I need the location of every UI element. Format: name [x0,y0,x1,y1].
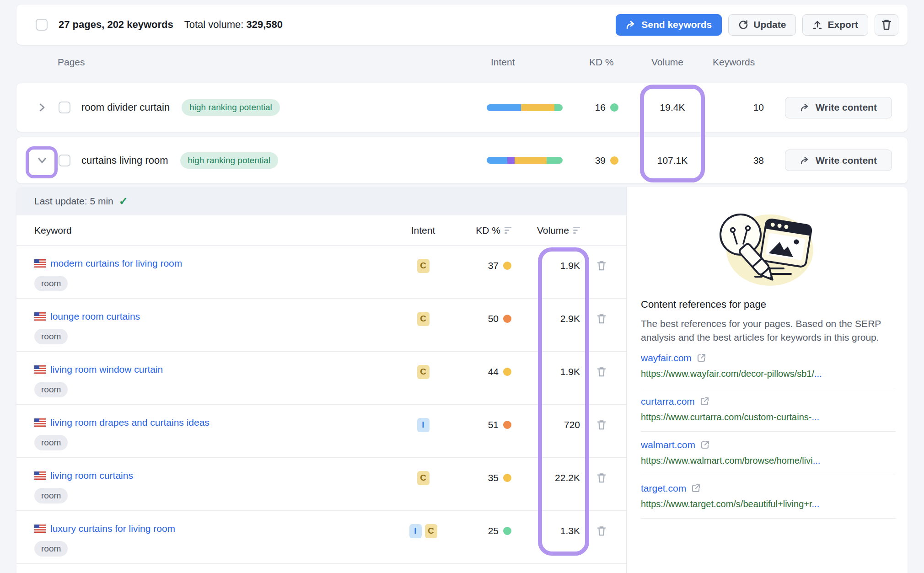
select-all-checkbox[interactable] [36,19,48,31]
delete-keyword-button[interactable] [594,257,609,275]
intent-badge-commercial: C [417,365,430,379]
keyword-tag: room [34,276,68,291]
kd-value: 16 [595,102,606,113]
col-volume: Volume [651,57,683,68]
keywords-subtable: Last update: 5 min ✓ Keyword Intent KD %… [16,187,626,573]
reference-domain-link[interactable]: walmart.com [641,439,695,450]
intent-badge-commercial: C [417,471,430,485]
reference-domain-link[interactable]: wayfair.com [641,353,692,364]
external-link-icon[interactable] [697,353,706,363]
trash-icon [596,472,607,484]
us-flag-icon [34,418,46,427]
keyword-link[interactable]: modern curtains for living room [50,258,182,269]
page-row-room-divider-curtain: room divider curtain high ranking potent… [16,83,908,132]
volume-value: 1.3K [560,525,580,536]
share-arrow-icon [800,103,810,112]
volume-value: 19.4K [660,102,685,113]
table-column-headers: Pages Intent KD % Volume Keywords [0,57,924,70]
keyword-row: living room drapes and curtains ideas ro… [16,405,626,458]
keyword-link[interactable]: lounge room curtains [50,311,140,322]
delete-keyword-button[interactable] [594,363,609,381]
keyword-tag: room [34,488,68,503]
reference-domain-link[interactable]: curtarra.com [641,396,695,407]
delete-keyword-button[interactable] [594,469,609,487]
subcol-keyword: Keyword [34,215,72,245]
kd-dot [503,527,511,535]
keyword-manager-page: 27 pages, 202 keywords Total volume: 329… [0,0,924,573]
sort-icon [573,227,580,234]
export-button[interactable]: Export [802,14,868,36]
kd-value: 44 [488,366,499,377]
reference-domain-link[interactable]: target.com [641,483,686,494]
keywords-count: 10 [753,102,764,113]
keyword-link[interactable]: luxury curtains for living room [50,523,175,534]
keyword-link[interactable]: living room window curtain [50,364,163,375]
trash-icon [596,366,607,378]
subcol-volume-sort[interactable]: Volume [505,215,580,245]
us-flag-icon [34,259,46,268]
us-flag-icon [34,525,46,533]
keyword-link[interactable]: living room drapes and curtains ideas [50,417,210,428]
update-button[interactable]: Update [728,14,796,36]
external-link-icon[interactable] [691,483,701,493]
external-link-icon[interactable] [700,396,709,406]
external-link-icon[interactable] [700,440,710,450]
last-update-bar: Last update: 5 min ✓ [16,187,626,215]
total-volume: Total volume: 329,580 [184,19,283,31]
us-flag-icon [34,471,46,480]
keyword-link[interactable]: living room curtains [50,470,133,481]
volume-value: 2.9K [560,313,580,324]
intent-badge-commercial: C [425,524,437,538]
collapse-chevron-down-icon[interactable] [34,152,50,169]
keyword-row: modern curtains for living room room C 3… [16,246,626,299]
references-description: The best references for your pages. Base… [641,317,897,345]
subcol-kd-sort[interactable]: KD % [442,215,511,245]
us-flag-icon [34,365,46,374]
kd-value: 25 [488,525,499,536]
kd-dot [503,368,511,376]
keywords-count: 38 [753,155,764,166]
success-check-icon: ✓ [119,195,128,208]
total-volume-value: 329,580 [246,19,283,30]
intent-badge-informational: I [409,524,422,538]
page-title: room divider curtain [81,102,170,113]
share-arrow-icon [800,156,810,165]
ranking-potential-badge: high ranking potential [182,99,280,116]
kd-dot [503,315,511,323]
delete-keyword-button[interactable] [594,522,609,540]
references-title: Content references for page [641,299,896,311]
row-checkbox[interactable] [59,155,70,166]
reference-link-item: wayfair.com https://www.wayfair.com/deco… [641,345,896,388]
reference-url: https://www.walmart.com/browse/home/livi… [641,455,896,466]
refresh-icon [738,20,748,30]
reference-link-item: walmart.com https://www.walmart.com/brow… [641,432,896,475]
delete-keyword-button[interactable] [594,310,609,328]
keyword-row: lounge room curtains room C 50 2.9K [16,299,626,352]
delete-keyword-button[interactable] [594,416,609,434]
row-checkbox[interactable] [59,102,70,113]
col-intent: Intent [491,57,515,68]
volume-value: 1.9K [560,260,580,271]
volume-value: 720 [564,419,580,430]
keyword-tag: room [34,329,68,344]
reference-url: https://www.wayfair.com/decor-pillows/sb… [641,369,896,379]
kd-value: 39 [595,155,606,166]
kd-value: 37 [488,260,499,271]
volume-value: 1.9K [560,366,580,377]
trash-icon [881,19,892,31]
reference-url: https://www.target.com/s/beautiful+livin… [641,499,896,509]
reference-url: https://www.curtarra.com/custom-curtains… [641,412,896,423]
send-keywords-button[interactable]: Send keywords [616,14,722,36]
ranking-potential-badge: high ranking potential [180,152,279,169]
page-title: curtains living room [81,155,168,166]
write-content-button[interactable]: Write content [785,150,892,171]
kd-dot [610,103,618,112]
pages-keywords-summary: 27 pages, 202 keywords [59,19,173,31]
reference-link-item: target.com https://www.target.com/s/beau… [641,475,896,519]
trash-icon [596,260,607,272]
col-pages: Pages [58,57,85,68]
delete-selected-button[interactable] [875,14,898,36]
expand-chevron-right-icon[interactable] [34,99,50,116]
write-content-button[interactable]: Write content [785,97,892,118]
content-references-panel: Content references for page The best ref… [626,187,908,573]
